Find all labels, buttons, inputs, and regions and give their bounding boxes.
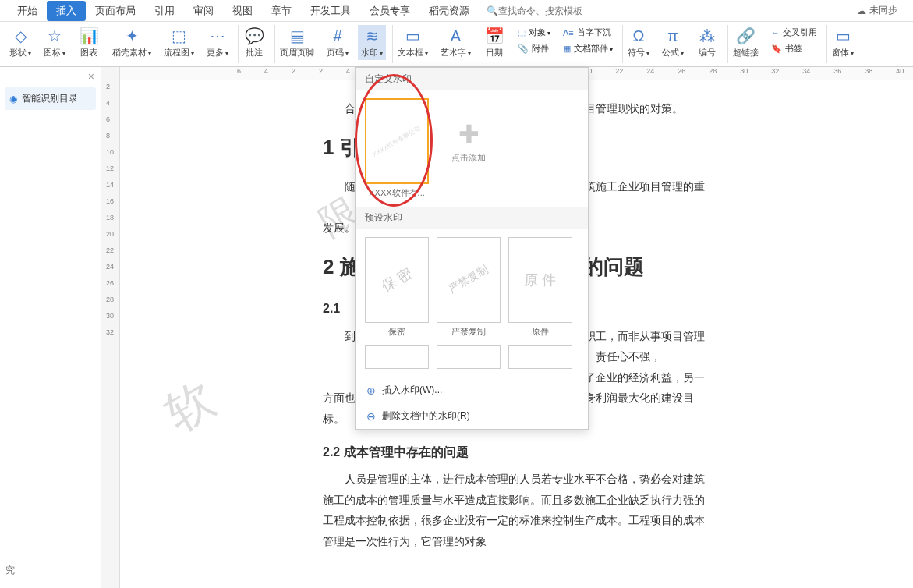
remove-icon: ⊖ xyxy=(366,410,376,423)
custom-watermark-item[interactable]: XXXX软件有限公司 xyxy=(365,98,429,184)
sync-status[interactable]: ☁ 未同步 xyxy=(857,4,897,17)
sidebar: × ◉ 智能识别目录 究 xyxy=(0,67,101,588)
date-button[interactable]: 📅日期 xyxy=(480,25,508,60)
tab-insert[interactable]: 插入 xyxy=(47,1,86,21)
search-input[interactable] xyxy=(498,5,592,16)
sidebar-close-button[interactable]: × xyxy=(88,70,94,83)
preset-watermark-confidential[interactable]: 保 密 xyxy=(365,237,429,323)
dropcap-icon: A≡ xyxy=(563,28,574,37)
object-button[interactable]: ⬚对象 xyxy=(515,25,554,40)
watermark-icon: ≋ xyxy=(363,27,381,45)
tab-review[interactable]: 审阅 xyxy=(184,1,223,21)
bookmark-icon: 🔖 xyxy=(771,44,782,54)
add-label: 点击添加 xyxy=(451,152,486,164)
tab-devtools[interactable]: 开发工具 xyxy=(301,1,360,21)
parts-icon: ▦ xyxy=(563,44,571,54)
dropcap-button[interactable]: A≡首字下沉 xyxy=(560,25,616,40)
tab-bar: 开始 插入 页面布局 引用 审阅 视图 章节 开发工具 会员专享 稻壳资源 🔍 … xyxy=(0,0,913,22)
ribbon: ◇形状 ☆图标 📊图表 ✦稻壳素材 ⬚流程图 ⋯更多 💬批注 ▤页眉页脚 #页码… xyxy=(0,22,913,67)
icons-icon: ☆ xyxy=(45,27,64,45)
paragraph: 人员是管理的主体，进行成本管理的人员若专业水平不合格，势必会对建筑施工的成本的管… xyxy=(323,469,710,551)
custom-wm-label: XXXX软件有... xyxy=(369,187,425,199)
pageno-icon: # xyxy=(328,27,347,45)
remove-watermark-menu[interactable]: ⊖ 删除文档中的水印(R) xyxy=(356,403,588,429)
chart-icon: 📊 xyxy=(80,27,98,45)
icons-button[interactable]: ☆图标 xyxy=(41,25,69,60)
symbol-button[interactable]: Ω符号 xyxy=(625,25,653,60)
search-icon: 🔍 xyxy=(487,5,498,16)
attach-icon: 📎 xyxy=(518,44,529,54)
tab-view[interactable]: 视图 xyxy=(223,1,262,21)
flowchart-icon: ⬚ xyxy=(170,27,189,45)
page-watermark: 软 xyxy=(154,368,226,446)
symbol-icon: Ω xyxy=(629,27,648,45)
toc-icon: ◉ xyxy=(9,94,17,104)
window-icon: ▭ xyxy=(833,27,852,45)
sync-label: 未同步 xyxy=(869,4,897,17)
preset-watermark-more-3[interactable] xyxy=(508,345,572,369)
add-watermark-button[interactable]: ✚ 点击添加 xyxy=(437,98,501,184)
shapes-icon: ◇ xyxy=(11,27,30,45)
number-icon: ⁂ xyxy=(698,27,717,45)
textbox-button[interactable]: ▭文本框 xyxy=(395,25,431,60)
tab-member[interactable]: 会员专享 xyxy=(360,1,419,21)
object-icon: ⬚ xyxy=(518,27,526,37)
parts-button[interactable]: ▦文档部件 xyxy=(560,41,616,56)
insert-icon: ⊕ xyxy=(366,384,376,397)
plus-icon: ✚ xyxy=(458,119,480,149)
flowchart-button[interactable]: ⬚流程图 xyxy=(161,25,197,60)
preset-watermark-original[interactable]: 原 件 xyxy=(508,237,572,323)
wordart-button[interactable]: A艺术字 xyxy=(437,25,474,60)
smart-toc-label: 智能识别目录 xyxy=(22,92,78,105)
formula-icon: π xyxy=(664,27,682,45)
insert-watermark-menu[interactable]: ⊕ 插入水印(W)... xyxy=(356,377,588,403)
more-button[interactable]: ⋯更多 xyxy=(203,25,232,60)
link-icon: 🔗 xyxy=(737,27,756,45)
cloud-icon: ☁ xyxy=(857,5,866,16)
preset-watermark-title: 预设水印 xyxy=(356,207,588,229)
comment-button[interactable]: 💬批注 xyxy=(240,25,268,60)
docer-icon: ✦ xyxy=(122,27,141,45)
watermark-dropdown: 自定义水印 XXXX软件有限公司 XXXX软件有... ✚ 点击添加 预设水印 … xyxy=(355,67,589,430)
watermark-preview-text: XXXX软件有限公司 xyxy=(371,124,423,158)
vertical-ruler[interactable]: 2468101214161820222426283032 xyxy=(101,67,120,588)
heading-2-2: 2.2 成本管理中存在的问题 xyxy=(323,441,710,464)
tab-start[interactable]: 开始 xyxy=(8,1,47,21)
command-search[interactable]: 🔍 xyxy=(487,5,592,16)
bookmark-button[interactable]: 🔖书签 xyxy=(768,41,820,56)
tab-docer[interactable]: 稻壳资源 xyxy=(419,1,479,21)
number-button[interactable]: ⁂编号 xyxy=(693,25,721,60)
preset-watermark-more-2[interactable] xyxy=(437,345,501,369)
date-icon: 📅 xyxy=(485,27,504,45)
textbox-icon: ▭ xyxy=(404,27,423,45)
hyperlink-button[interactable]: 🔗超链接 xyxy=(730,25,762,60)
page-number-button[interactable]: #页码 xyxy=(324,25,352,60)
header-icon: ▤ xyxy=(288,27,306,45)
watermark-button[interactable]: ≋水印 xyxy=(358,25,386,60)
tab-chapter[interactable]: 章节 xyxy=(262,1,301,21)
docer-button[interactable]: ✦稻壳素材 xyxy=(109,25,154,60)
chart-button[interactable]: 📊图表 xyxy=(75,25,103,60)
tab-reference[interactable]: 引用 xyxy=(145,1,184,21)
window-button[interactable]: ▭窗体 xyxy=(829,25,857,60)
crossref-icon: ↔ xyxy=(771,28,780,37)
attach-button[interactable]: 📎附件 xyxy=(515,41,554,56)
preset-watermark-nocopy[interactable]: 严禁复制 xyxy=(437,237,501,323)
shapes-button[interactable]: ◇形状 xyxy=(6,25,34,60)
wordart-icon: A xyxy=(447,27,465,45)
header-footer-button[interactable]: ▤页眉页脚 xyxy=(277,25,317,60)
smart-toc-item[interactable]: ◉ 智能识别目录 xyxy=(5,87,96,110)
tab-layout[interactable]: 页面布局 xyxy=(86,1,145,21)
formula-button[interactable]: π公式 xyxy=(659,25,687,60)
crossref-button[interactable]: ↔交叉引用 xyxy=(768,25,820,40)
preset-watermark-more-1[interactable] xyxy=(365,345,429,369)
custom-watermark-title: 自定义水印 xyxy=(356,68,588,90)
comment-icon: 💬 xyxy=(245,27,264,45)
more-icon: ⋯ xyxy=(208,27,227,45)
